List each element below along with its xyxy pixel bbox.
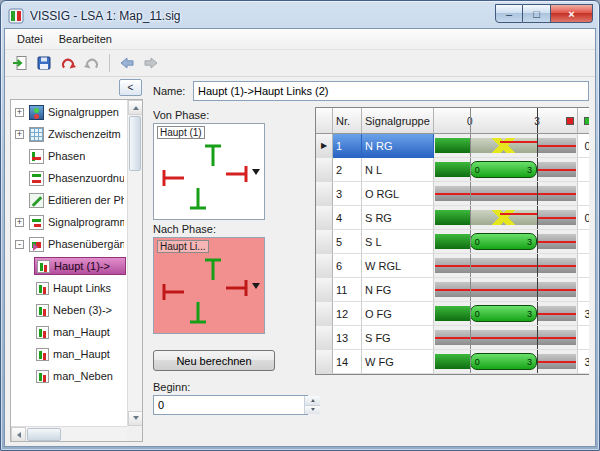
sidebar-item-haupt-links[interactable]: Haupt Links	[12, 277, 126, 299]
nach-phase-selector[interactable]: Haupt Li...	[153, 237, 265, 334]
sidebar-item-signalgruppen[interactable]: + Signalgruppen	[12, 101, 126, 123]
row-timeline[interactable]: 03	[434, 302, 578, 326]
row-timeline[interactable]: 03	[434, 158, 578, 182]
sidebar-item-phasen[interactable]: Phasen	[12, 145, 126, 167]
undo-button[interactable]	[57, 52, 79, 74]
save-icon	[36, 55, 52, 71]
row-selector[interactable]: ▶	[316, 158, 333, 182]
tree-expander-icon[interactable]: +	[15, 130, 24, 139]
scroll-thumb[interactable]	[129, 116, 141, 171]
table-row[interactable]: ▶ 14 W FG 03 3	[316, 350, 589, 374]
sidebar-item-label: man_Neben	[53, 370, 113, 382]
tree-horizontal-scrollbar[interactable]	[11, 426, 127, 441]
row-selector[interactable]: ▶	[316, 326, 333, 350]
row-selector[interactable]: ▶	[316, 134, 333, 158]
tree-expander-icon[interactable]: +	[15, 108, 24, 117]
row-selector[interactable]: ▶	[316, 182, 333, 206]
header-end[interactable]	[578, 108, 589, 134]
scrollbar-corner	[127, 426, 142, 441]
sidebar-item-label: Phasenzuordnu	[48, 172, 124, 184]
sidebar-item-man-haupt-2[interactable]: man_Haupt	[12, 343, 126, 365]
maximize-button[interactable]: □	[523, 4, 551, 23]
beginn-input[interactable]	[154, 396, 304, 414]
row-nr: 5	[333, 230, 362, 254]
tree-vertical-scrollbar[interactable]	[127, 100, 142, 426]
sidebar-item-editieren[interactable]: Editieren der Ph	[12, 189, 126, 211]
zwischenzeit-matrix-icon	[29, 127, 44, 142]
row-timeline[interactable]	[434, 326, 578, 350]
row-timeline[interactable]: 03	[434, 230, 578, 254]
spinner-down-icon[interactable]	[305, 405, 320, 415]
row-timeline[interactable]: 03	[434, 350, 578, 374]
table-row[interactable]: ▶ 13 S FG	[316, 326, 589, 350]
row-nr: 13	[333, 326, 362, 350]
row-timeline[interactable]	[434, 134, 578, 158]
row-selector[interactable]: ▶	[316, 230, 333, 254]
sidebar-item-signalprogramme[interactable]: + Signalprogramm	[12, 211, 126, 233]
sidebar-item-man-neben[interactable]: man_Neben	[12, 365, 126, 387]
recalculate-button[interactable]: Neu berechnen	[153, 350, 275, 371]
table-row[interactable]: ▶ 4 S RG 0	[316, 206, 589, 230]
menu-datei[interactable]: Datei	[9, 31, 51, 47]
scroll-left-icon[interactable]	[11, 427, 26, 442]
close-button[interactable]: ×	[551, 4, 593, 23]
back-button[interactable]	[116, 52, 138, 74]
menu-bearbeiten[interactable]: Bearbeiten	[51, 31, 120, 47]
spinner-up-icon[interactable]	[305, 396, 320, 405]
row-timeline[interactable]	[434, 182, 578, 206]
row-nr: 3	[333, 182, 362, 206]
row-selector[interactable]: ▶	[316, 206, 333, 230]
row-signalgruppe: W FG	[362, 350, 434, 374]
row-end-value: 3	[578, 350, 589, 374]
forward-button[interactable]	[140, 52, 162, 74]
von-phase-selector[interactable]: Haupt (1)	[153, 123, 265, 220]
dropdown-arrow-icon[interactable]	[252, 169, 260, 175]
redo-button[interactable]	[81, 52, 103, 74]
open-button[interactable]	[9, 52, 31, 74]
sidebar-item-phasenuebergaenge[interactable]: - Phasenübergän	[12, 233, 126, 255]
sidebar-item-zwischenzeiten[interactable]: + Zwischenzeitm	[12, 123, 126, 145]
row-signalgruppe: W RGL	[362, 254, 434, 278]
scroll-thumb[interactable]	[27, 428, 61, 441]
row-selector[interactable]: ▶	[316, 302, 333, 326]
table-row[interactable]: ▶ 12 O FG 03 3	[316, 302, 589, 326]
dropdown-arrow-icon[interactable]	[252, 283, 260, 289]
scroll-down-icon[interactable]	[128, 411, 143, 426]
save-button[interactable]	[33, 52, 55, 74]
minimize-button[interactable]: –	[495, 4, 523, 23]
table-row[interactable]: ▶ 1 N RG 0	[316, 134, 589, 158]
titlebar[interactable]: VISSIG - LSA 1: Map_11.sig – □ ×	[1, 1, 599, 28]
phase-transition-icon	[36, 304, 49, 317]
table-row[interactable]: ▶ 6 W RGL	[316, 254, 589, 278]
table-row[interactable]: ▶ 2 N L 03	[316, 158, 589, 182]
sidebar-item-label: Phasen	[48, 150, 85, 162]
timeline-tick-end: 3	[534, 115, 540, 126]
scroll-up-icon[interactable]	[128, 100, 143, 115]
header-timeline[interactable]: 0 3	[434, 108, 578, 134]
row-timeline[interactable]	[434, 254, 578, 278]
sidebar-item-man-haupt-1[interactable]: man_Haupt	[12, 321, 126, 343]
table-row[interactable]: ▶ 11 N FG	[316, 278, 589, 302]
table-row[interactable]: ▶ 3 O RGL	[316, 182, 589, 206]
tree-expander-icon[interactable]: -	[15, 240, 24, 249]
sidebar-item-neben-3[interactable]: Neben (3)->	[12, 299, 126, 321]
row-timeline[interactable]	[434, 278, 578, 302]
phase-transition-icon	[36, 348, 49, 361]
tree-expander-icon[interactable]: +	[15, 218, 24, 227]
name-input[interactable]	[193, 81, 589, 101]
sidebar-item-phasenzuordnung[interactable]: Phasenzuordnu	[12, 167, 126, 189]
header-signalgruppe[interactable]: Signalgruppe	[362, 108, 434, 134]
row-end-value	[578, 254, 589, 278]
sidebar-item-label: Haupt (1)->	[54, 260, 110, 272]
row-selector[interactable]: ▶	[316, 350, 333, 374]
toolbar	[5, 50, 595, 77]
open-icon	[12, 55, 28, 71]
row-selector[interactable]: ▶	[316, 278, 333, 302]
header-nr[interactable]: Nr.	[333, 108, 362, 134]
row-end-value	[578, 182, 589, 206]
sidebar-item-haupt-1[interactable]: Haupt (1)->	[12, 255, 126, 277]
row-timeline[interactable]	[434, 206, 578, 230]
table-row[interactable]: ▶ 5 S L 03	[316, 230, 589, 254]
row-selector[interactable]: ▶	[316, 254, 333, 278]
sidebar-collapse-button[interactable]: <	[119, 79, 142, 96]
